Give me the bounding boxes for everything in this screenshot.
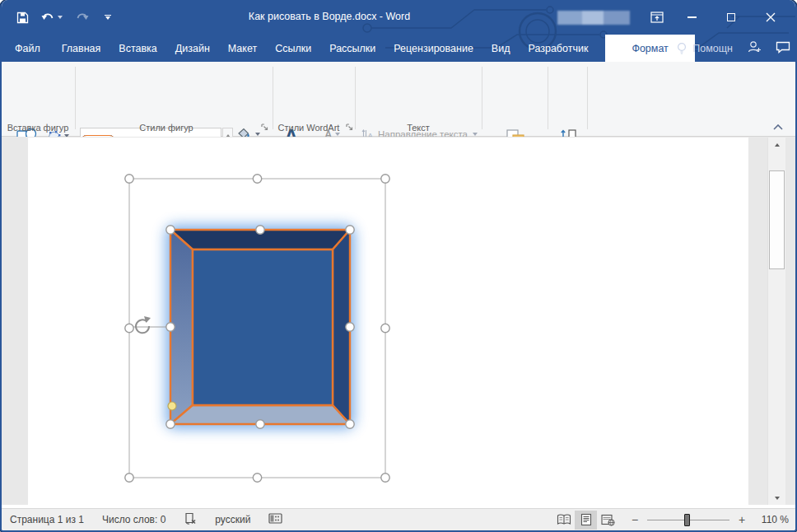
- ribbon-display-options-icon: [650, 12, 664, 23]
- word-window: Как рисовать в Ворде.docx - Word: [0, 0, 797, 532]
- bevel-frame-shape[interactable]: [170, 230, 350, 424]
- status-right-controls: − + 110 %: [552, 511, 789, 530]
- language[interactable]: русский: [215, 514, 250, 525]
- zoom-level[interactable]: 110 %: [748, 514, 789, 525]
- macro-icon: [268, 513, 282, 524]
- lightbulb-icon: [676, 42, 687, 55]
- tab-bar-extras: Помощн: [676, 35, 790, 62]
- scrollbar-thumb[interactable]: [769, 170, 785, 269]
- wordart-dialog-launcher[interactable]: [345, 123, 354, 132]
- collapse-ribbon-button[interactable]: [772, 123, 784, 131]
- customize-qat-caret: [105, 16, 110, 20]
- tab-design[interactable]: Дизайн: [166, 35, 219, 62]
- close-button[interactable]: [757, 5, 784, 30]
- group-divider: [273, 67, 273, 129]
- undo-icon: [41, 12, 56, 24]
- redo-button[interactable]: [71, 7, 92, 28]
- share-button[interactable]: [747, 40, 762, 56]
- minimize-button[interactable]: [678, 5, 705, 30]
- group-divider: [482, 67, 482, 129]
- zoom-out-button[interactable]: −: [629, 513, 641, 526]
- maximize-button[interactable]: [718, 5, 744, 30]
- scroll-down-button[interactable]: [768, 491, 785, 505]
- header: Как рисовать в Ворде.docx - Word: [0, 0, 797, 62]
- share-person-icon: [747, 40, 762, 54]
- web-layout-button[interactable]: [597, 511, 619, 530]
- page-count[interactable]: Страница 1 из 1: [10, 514, 84, 525]
- redo-icon: [74, 12, 89, 24]
- ribbon-tab-bar: Файл Главная Вставка Дизайн Макет Ссылки…: [0, 35, 797, 62]
- group-label-wordart: Стили WordArt: [273, 123, 345, 133]
- group-divider: [355, 67, 356, 129]
- zoom-slider[interactable]: [647, 514, 729, 526]
- shape-styles-dialog-launcher[interactable]: [260, 123, 269, 132]
- tab-layout[interactable]: Макет: [219, 35, 266, 62]
- adjustment-handle[interactable]: [168, 402, 176, 410]
- ribbon-display-options-button[interactable]: [644, 5, 670, 30]
- save-button[interactable]: [12, 7, 33, 28]
- maximize-icon: [727, 13, 735, 21]
- tab-review[interactable]: Рецензирование: [385, 35, 482, 62]
- macro-recorder[interactable]: [268, 513, 282, 526]
- tell-me-help[interactable]: Помощн: [676, 42, 733, 55]
- proofing-icon: [184, 512, 197, 525]
- text-direction-caret: [473, 133, 478, 136]
- tab-developer[interactable]: Разработчик: [519, 35, 597, 62]
- user-name-redacted: [557, 11, 630, 25]
- read-mode-icon: [557, 514, 571, 525]
- zoom-slider-thumb[interactable]: [684, 514, 690, 526]
- help-label: Помощн: [692, 43, 733, 54]
- frame-center-face[interactable]: [193, 250, 333, 405]
- group-divider: [75, 67, 76, 129]
- undo-button[interactable]: [38, 7, 66, 28]
- save-icon: [16, 12, 29, 24]
- close-icon: [766, 12, 776, 22]
- customize-qat-bar: [105, 15, 111, 16]
- word-count[interactable]: Число слов: 0: [102, 514, 165, 525]
- proofing-status[interactable]: [184, 512, 197, 528]
- title-bar: Как рисовать в Ворде.docx - Word: [0, 0, 797, 35]
- tab-mailings[interactable]: Рассылки: [320, 35, 385, 62]
- comment-icon: [776, 41, 790, 54]
- customize-qat-button[interactable]: [97, 7, 119, 28]
- print-layout-button[interactable]: [575, 511, 597, 530]
- status-bar: Страница 1 из 1 Число слов: 0 русский: [2, 508, 795, 530]
- group-divider: [587, 67, 588, 129]
- shape-fill-caret: [255, 133, 260, 136]
- quick-access-toolbar: [12, 0, 119, 35]
- tab-file[interactable]: Файл: [2, 35, 53, 62]
- tab-insert[interactable]: Вставка: [110, 35, 165, 62]
- group-label-shape-styles: Стили фигур: [75, 123, 258, 133]
- ribbon: Фигуры A Вставка фигур Абв: [2, 62, 795, 137]
- text-fill-caret: [335, 133, 340, 136]
- tab-home[interactable]: Главная: [53, 35, 110, 62]
- drawing-overlay: [2, 138, 795, 505]
- group-label-insert-shapes: Вставка фигур: [2, 123, 74, 133]
- scroll-up-button[interactable]: [768, 138, 785, 152]
- vertical-scrollbar[interactable]: [767, 138, 785, 505]
- zoom-in-button[interactable]: +: [736, 513, 748, 526]
- comments-button[interactable]: [776, 41, 790, 56]
- read-mode-button[interactable]: [552, 511, 575, 530]
- window-title: Как рисовать в Ворде.docx - Word: [249, 11, 410, 22]
- tab-view[interactable]: Вид: [482, 35, 520, 62]
- group-divider: [548, 67, 548, 129]
- minimize-icon: [687, 16, 697, 18]
- document-area: [2, 137, 795, 505]
- print-layout-icon: [580, 513, 592, 526]
- undo-dropdown-caret[interactable]: [58, 16, 63, 19]
- web-layout-icon: [601, 514, 615, 526]
- rotate-handle[interactable]: [136, 316, 151, 333]
- tab-references[interactable]: Ссылки: [266, 35, 320, 62]
- group-label-text: Текст: [355, 123, 482, 133]
